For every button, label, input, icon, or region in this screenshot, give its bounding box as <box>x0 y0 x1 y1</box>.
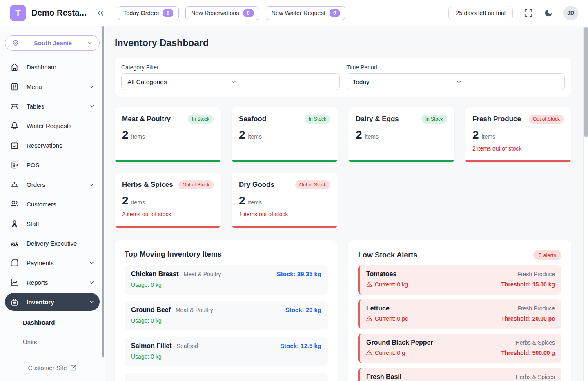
orders-cloche-icon <box>10 180 19 189</box>
chevron-down-icon <box>87 40 93 46</box>
item-count: 2 <box>122 128 129 142</box>
sidebar-subitem[interactable]: Units <box>5 332 100 352</box>
sidebar-item[interactable]: Staff <box>5 214 100 233</box>
out-of-stock-note: 2 items out of stock <box>472 145 564 152</box>
quick-action-button[interactable]: New Waiter Request 0 <box>266 6 345 20</box>
sidebar-item[interactable]: Dashboard <box>5 57 100 77</box>
item-usage: Usage: 0 kg <box>131 281 321 288</box>
sidebar-nav: Dashboard Menu Tables <box>0 55 105 292</box>
status-bar <box>232 226 338 228</box>
alert-item-category: Herbs & Spices <box>516 374 555 380</box>
alert-item-category: Herbs & Spices <box>516 339 555 346</box>
chevron-down-icon <box>89 279 95 286</box>
sidebar-item-label: Orders <box>27 181 89 188</box>
item-count: 2 <box>239 128 245 142</box>
low-stock-alert: Fresh Basil Herbs & Spices <box>358 368 561 381</box>
sidebar-item-label: Customers <box>27 201 89 208</box>
category-card: Fresh Produce Out of Stock 2 items 2 ite… <box>465 107 571 162</box>
status-bar <box>232 160 338 162</box>
item-count: 2 <box>356 128 362 142</box>
sidebar-item[interactable]: Reports <box>5 272 100 292</box>
fullscreen-button[interactable] <box>524 9 533 18</box>
main-scrollbar[interactable] <box>583 26 588 381</box>
sidebar-item-label: Staff <box>27 220 89 227</box>
low-stock-alert: Ground Black Pepper Herbs & Spices Curre… <box>358 334 561 363</box>
time-period-label: Time Period <box>347 64 565 71</box>
sidebar-item-label: Reservations <box>27 142 89 149</box>
dark-mode-toggle[interactable] <box>544 9 553 18</box>
item-stock: Stock: 12.5 kg <box>280 342 321 349</box>
low-stock-alert: Lettuce Fresh Produce Current: 0 pc Thre… <box>358 299 561 329</box>
alert-item-name: Tomatoes <box>366 270 396 278</box>
sidebar-item[interactable]: Menu <box>5 77 100 96</box>
quick-action-label: New Reservations <box>191 10 239 16</box>
item-category: Meat & Poultry <box>184 271 277 277</box>
sidebar-scrollbar[interactable] <box>102 26 104 357</box>
low-stock-title: Low Stock Alerts <box>358 251 417 259</box>
item-count: 2 <box>122 194 129 207</box>
sidebar-item[interactable]: Delivery Executive <box>5 233 100 253</box>
sidebar-item-inventory[interactable]: Inventory <box>5 293 100 311</box>
low-stock-alert: Tomatoes Fresh Produce Current: 0 kg Thr… <box>358 265 561 295</box>
trial-status-button[interactable]: 25 days left on trial <box>448 6 513 20</box>
customer-site-link[interactable]: Customer Site <box>28 364 76 371</box>
filters-card: Category Filter All Categories Time Peri… <box>115 58 571 97</box>
time-period-value: Today <box>353 78 456 86</box>
item-count-unit: items <box>365 133 379 140</box>
category-name: Meat & Poultry <box>122 115 171 123</box>
sidebar-item-label: Menu <box>27 83 89 90</box>
customers-icon <box>10 200 19 208</box>
count-badge: 0 <box>330 9 340 17</box>
top-moving-item: Chicken Breast Meat & Poultry Stock: 39.… <box>125 265 328 295</box>
menu-icon <box>10 82 19 91</box>
top-moving-item: Ground Beef Meat & Poultry Stock: 20 kg … <box>125 301 328 330</box>
top-moving-panel: Top Moving Inventory Items Chicken Breas… <box>115 240 338 381</box>
sidebar-item[interactable]: Tables <box>5 96 100 116</box>
quick-action-button[interactable]: New Reservations 0 <box>185 6 259 20</box>
category-name: Seafood <box>239 115 266 123</box>
chevron-down-icon <box>89 299 95 305</box>
tables-icon <box>10 102 19 111</box>
sidebar-item[interactable]: Reservations <box>5 135 100 155</box>
reports-chart-icon <box>10 278 19 287</box>
user-avatar[interactable]: JD <box>564 6 578 20</box>
sidebar-item[interactable]: POS <box>5 155 100 175</box>
sidebar-subitem[interactable]: Dashboard <box>5 312 100 332</box>
item-usage: Usage: 0 kg <box>131 317 321 324</box>
warning-triangle-icon <box>366 281 372 287</box>
top-moving-list: Chicken Breast Meat & Poultry Stock: 39.… <box>125 265 328 366</box>
inventory-basket-icon <box>10 298 19 306</box>
sidebar-item[interactable]: Customers <box>5 194 100 214</box>
app-name: Demo Resta... <box>31 8 87 18</box>
sidebar-item[interactable]: Waiter Requests <box>5 116 100 135</box>
status-bar <box>115 160 221 162</box>
fullscreen-icon <box>524 9 533 18</box>
sidebar-item-label: Payments <box>27 259 89 266</box>
alert-threshold: Threshold: 20.00 pc <box>501 315 555 322</box>
main-scrollbar-thumb[interactable] <box>584 27 588 137</box>
item-count: 2 <box>472 128 479 142</box>
chevron-down-icon <box>456 79 559 85</box>
category-filter-label: Category Filter <box>121 64 340 71</box>
category-filter-select[interactable]: All Categories <box>121 73 340 90</box>
item-name: Chicken Breast <box>131 270 179 278</box>
page-title: Inventory Dashboard <box>115 38 571 49</box>
sidebar-item[interactable]: Orders <box>5 175 100 194</box>
item-name: Salmon Fillet <box>131 342 172 350</box>
low-stock-panel: Low Stock Alerts 5 alerts Tomatoes Fresh… <box>348 240 571 381</box>
alerts-count-badge: 5 alerts <box>533 250 561 260</box>
sidebar-item[interactable]: Payments <box>5 253 100 272</box>
warning-triangle-icon <box>366 316 372 321</box>
sidebar-collapse-button[interactable] <box>96 8 105 18</box>
moon-icon <box>544 9 553 18</box>
out-of-stock-note: 2 items out of stock <box>122 211 214 217</box>
alert-item-name: Fresh Basil <box>366 373 401 381</box>
quick-action-button[interactable]: Today Orders 0 <box>118 6 179 20</box>
location-selector[interactable]: South Jeanie <box>5 35 100 51</box>
item-usage: Usage: 0 kg <box>131 353 321 360</box>
customer-site-label: Customer Site <box>28 364 67 371</box>
alert-current: Current: 0 kg <box>375 281 408 288</box>
stock-status-badge: In Stock <box>188 115 214 124</box>
time-period-select[interactable]: Today <box>347 73 565 90</box>
payments-wallet-icon <box>10 259 19 267</box>
